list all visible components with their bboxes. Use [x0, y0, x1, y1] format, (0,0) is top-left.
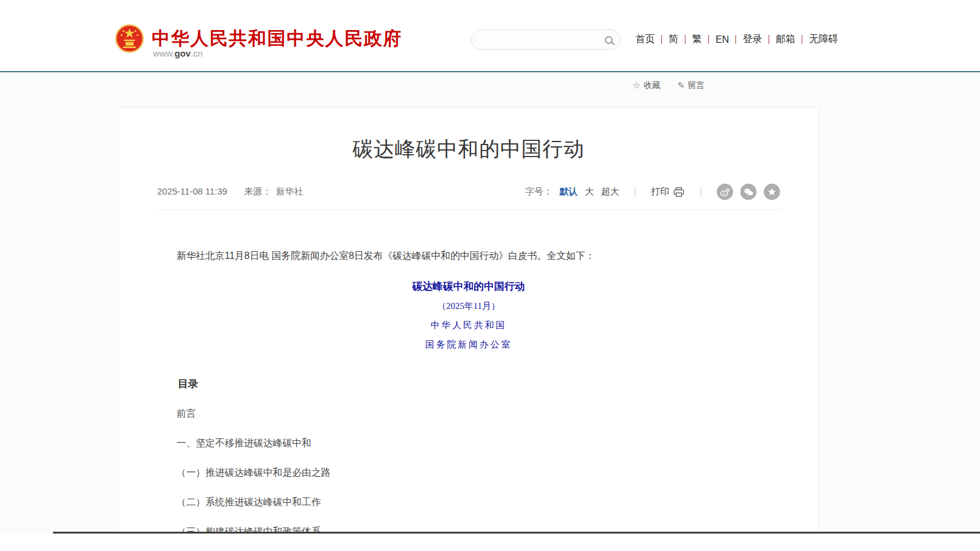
- document-author-line2: 国务院新闻办公室: [157, 339, 780, 350]
- font-size-large-button[interactable]: 大: [585, 186, 594, 198]
- nav-simplified[interactable]: 简: [662, 33, 685, 46]
- nav-accessibility[interactable]: 无障碍: [802, 33, 844, 46]
- favorite-label: 收藏: [643, 80, 660, 91]
- article-meta-right: 字号： 默认 大 超大 打印: [525, 184, 780, 200]
- star-outline-icon: ☆: [632, 80, 640, 91]
- document-title: 碳达峰碳中和的中国行动: [157, 279, 780, 293]
- document-heading-block: 碳达峰碳中和的中国行动 （2025年11月） 中华人民共和国 国务院新闻办公室: [157, 279, 780, 350]
- nav-mailbox[interactable]: 邮箱: [769, 33, 802, 46]
- print-label: 打印: [651, 186, 669, 198]
- source-value[interactable]: 新华社: [276, 186, 303, 198]
- article-meta-row: 2025-11-08 11:39 来源： 新华社 字号： 默认 大 超大 打印: [157, 184, 780, 210]
- toc-heading: 目录: [157, 377, 780, 391]
- share-wechat-button[interactable]: [740, 184, 757, 200]
- national-emblem-logo: [114, 23, 145, 54]
- document-author-line1: 中华人民共和国: [157, 320, 780, 331]
- printer-icon: [673, 187, 685, 198]
- weibo-icon: [719, 186, 731, 198]
- publish-date: 2025-11-08 11:39: [157, 186, 227, 198]
- share-weibo-button[interactable]: [717, 184, 733, 200]
- font-size-xlarge-button[interactable]: 超大: [601, 186, 619, 198]
- comment-label: 留言: [688, 80, 705, 91]
- site-url-suffix: .cn: [191, 48, 203, 58]
- article-meta-left: 2025-11-08 11:39 来源： 新华社: [157, 186, 303, 198]
- nav-home[interactable]: 首页: [629, 33, 661, 46]
- lead-paragraph: 新华社北京11月8日电 国务院新闻办公室8日发布《碳达峰碳中和的中国行动》白皮书…: [157, 247, 780, 264]
- search-box: [471, 30, 620, 50]
- nav-traditional[interactable]: 繁: [685, 33, 708, 46]
- page-title: 碳达峰碳中和的中国行动: [119, 135, 819, 163]
- font-size-label: 字号：: [525, 186, 552, 198]
- meta-divider: [701, 187, 701, 197]
- toc-item-preface: 前言: [157, 408, 780, 420]
- nav-login[interactable]: 登录: [736, 33, 769, 46]
- toc-item-1-2: （二）系统推进碳达峰碳中和工作: [157, 496, 780, 509]
- site-url: www.gov.cn: [153, 48, 203, 58]
- toc-item-1: 一、坚定不移推进碳达峰碳中和: [157, 437, 780, 450]
- font-size-default-button[interactable]: 默认: [560, 186, 578, 198]
- top-nav: 首页 简 繁 EN 登录 邮箱 无障碍: [629, 33, 844, 46]
- page-tools: ☆ 收藏 ✎ 留言: [632, 80, 705, 91]
- site-header: 中华人民共和国中央人民政府 www.gov.cn 首页 简 繁 EN 登录 邮箱…: [0, 0, 980, 72]
- document-date: （2025年11月）: [157, 300, 780, 312]
- toc-item-1-1: （一）推进碳达峰碳中和是必由之路: [157, 467, 780, 479]
- comment-button[interactable]: ✎ 留言: [677, 80, 705, 91]
- share-qzone-button[interactable]: [764, 184, 780, 200]
- star-badge-icon: [766, 186, 778, 198]
- site-title: 中华人民共和国中央人民政府: [152, 26, 402, 51]
- meta-divider: [635, 187, 635, 197]
- pencil-icon: ✎: [677, 80, 685, 91]
- bottom-strip: [0, 534, 980, 551]
- wechat-icon: [743, 186, 754, 198]
- nav-english[interactable]: EN: [709, 34, 735, 45]
- site-url-gov: gov: [175, 48, 191, 58]
- article-card: 碳达峰碳中和的中国行动 2025-11-08 11:39 来源： 新华社 字号：…: [118, 107, 819, 532]
- source: 来源： 新华社: [244, 186, 303, 198]
- article-body: 新华社北京11月8日电 国务院新闻办公室8日发布《碳达峰碳中和的中国行动》白皮书…: [157, 247, 780, 551]
- site-url-prefix: www.: [153, 48, 175, 58]
- search-icon[interactable]: [605, 36, 613, 44]
- print-button[interactable]: 打印: [651, 186, 685, 198]
- source-label: 来源：: [244, 186, 271, 198]
- search-input[interactable]: [479, 30, 605, 49]
- favorite-button[interactable]: ☆ 收藏: [632, 80, 660, 91]
